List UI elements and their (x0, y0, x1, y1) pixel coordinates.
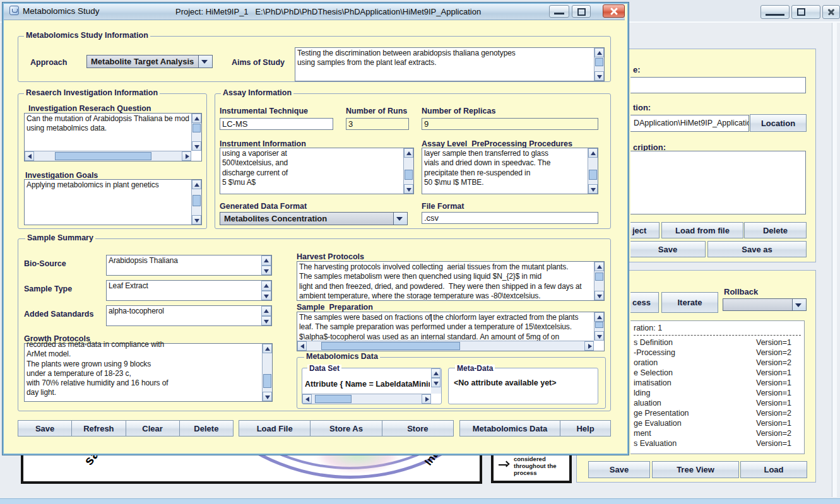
chevron-down-icon[interactable] (393, 213, 407, 225)
scroll-thumb[interactable] (405, 170, 413, 180)
scroll-up-icon[interactable] (595, 262, 604, 271)
scroll-down-icon[interactable] (192, 141, 201, 151)
sample-type-input[interactable]: Leaf Extract (106, 280, 272, 301)
horizontal-scrollbar[interactable] (302, 394, 431, 404)
scroll-left-icon[interactable] (25, 151, 34, 161)
scroll-up-icon[interactable] (263, 344, 272, 353)
scroll-down-icon[interactable] (588, 184, 598, 194)
file-format-input[interactable]: .csv (422, 212, 598, 224)
aims-textarea[interactable]: Testing the discrimination between arabi… (295, 47, 605, 81)
spinner-scrollbar[interactable] (261, 281, 271, 300)
scroll-down-icon[interactable] (595, 331, 604, 341)
sample-preparation-textarea[interactable]: The samples were based on fractions of t… (297, 312, 605, 351)
scroll-up-icon[interactable] (431, 368, 441, 378)
scroll-up-icon[interactable] (404, 148, 413, 158)
runs-input[interactable]: 3 (346, 118, 409, 130)
text-caret (431, 314, 432, 322)
scroll-thumb[interactable] (595, 273, 603, 281)
vertical-scrollbar[interactable] (191, 114, 201, 151)
help-button[interactable]: Help (560, 420, 611, 437)
scroll-up-icon[interactable] (192, 180, 201, 189)
scroll-down-icon[interactable] (261, 291, 271, 301)
scroll-down-icon[interactable] (263, 392, 272, 401)
sample-preparation-label: Sample Preparation (297, 303, 373, 312)
scroll-thumb[interactable] (595, 322, 603, 328)
replicas-input[interactable]: 9 (422, 118, 598, 130)
close-button[interactable] (603, 4, 625, 18)
scroll-down-icon[interactable] (431, 378, 441, 387)
scroll-up-icon[interactable] (595, 48, 604, 57)
action-button[interactable]: Delete (179, 420, 234, 437)
sample-preparation-text: The samples were based on fractions of t… (299, 313, 593, 341)
vertical-scrollbar[interactable] (403, 148, 413, 194)
added-standards-input[interactable]: alpha-tocopherol (106, 305, 272, 326)
preprocessing-textarea[interactable]: layer sample then transferred to glass v… (422, 148, 598, 194)
file-format-label: File Format (422, 202, 464, 211)
scroll-right-icon[interactable] (182, 151, 191, 161)
assay-info-title: Assay Information (221, 89, 293, 97)
action-button[interactable]: Store (382, 420, 454, 437)
scroll-down-icon[interactable] (404, 184, 413, 194)
meta-data-panel[interactable]: Meta-Data <No attribute available yet> (448, 368, 598, 404)
scroll-down-icon[interactable] (261, 316, 271, 326)
vertical-scrollbar[interactable] (431, 368, 441, 394)
scroll-right-icon[interactable] (584, 341, 594, 351)
investigation-goals-textarea[interactable]: Applying metabolomics in plant genetics (24, 179, 202, 225)
action-button[interactable]: Save (18, 420, 72, 437)
horizontal-scrollbar[interactable] (25, 151, 191, 161)
scroll-up-icon[interactable] (192, 114, 201, 123)
scroll-left-icon[interactable] (302, 394, 312, 404)
scroll-left-icon[interactable] (297, 341, 307, 351)
scroll-up-icon[interactable] (261, 255, 271, 266)
scroll-up-icon[interactable] (261, 306, 271, 316)
action-button[interactable]: Refresh (71, 420, 126, 437)
vertical-scrollbar[interactable] (594, 48, 604, 81)
action-button[interactable]: Clear (126, 420, 180, 437)
growth-protocols-textarea[interactable]: recorded as meta-data in compliance with… (24, 343, 273, 402)
scroll-up-icon[interactable] (261, 281, 271, 291)
instrument-info-textarea[interactable]: using a vaporiser at 500\textcelsius, an… (220, 148, 414, 194)
spinner-scrollbar[interactable] (261, 306, 271, 325)
metabolomics-data-button[interactable]: Metabolomics Data (459, 420, 560, 437)
scroll-thumb[interactable] (315, 395, 351, 403)
spinner-scrollbar[interactable] (261, 255, 271, 275)
action-button[interactable]: Store As (310, 420, 382, 437)
action-button[interactable]: Load File (239, 420, 311, 437)
scroll-right-icon[interactable] (422, 394, 431, 404)
scroll-thumb[interactable] (589, 170, 597, 180)
technique-label: Instrumental Technique (220, 107, 308, 115)
restore-button[interactable] (572, 5, 591, 18)
scroll-thumb[interactable] (192, 124, 201, 132)
scroll-down-icon[interactable] (595, 71, 604, 81)
data-set-title: Data Set (307, 365, 341, 373)
scroll-down-icon[interactable] (192, 215, 201, 225)
scroll-down-icon[interactable] (261, 266, 271, 276)
minimize-button[interactable] (549, 5, 569, 18)
vertical-scrollbar[interactable] (594, 312, 604, 341)
horizontal-scrollbar[interactable] (297, 341, 594, 351)
bio-source-input[interactable]: Arabidopsis Thaliana (106, 255, 272, 276)
vertical-scrollbar[interactable] (262, 344, 272, 401)
vertical-scrollbar[interactable] (191, 180, 201, 225)
research-question-textarea[interactable]: Can the mutation of Arabidopsis Thaliana… (24, 113, 202, 161)
instrument-info-label: Instrument Information (220, 139, 306, 148)
scroll-up-icon[interactable] (595, 312, 604, 322)
scroll-thumb[interactable] (321, 342, 461, 350)
technique-input[interactable]: LC-MS (220, 118, 333, 130)
harvest-protocols-textarea[interactable]: The harvesting protocols involved collec… (297, 261, 605, 301)
growth-protocols-text: recorded as meta-data in compliance with… (27, 340, 261, 401)
scroll-thumb[interactable] (55, 152, 151, 160)
data-format-combo[interactable]: Metabolites Concentration (220, 212, 408, 225)
investigation-goals-text: Applying metabolomics in plant genetics (27, 180, 191, 224)
aims-label: Aims of Study (232, 58, 285, 67)
vertical-scrollbar[interactable] (594, 262, 604, 300)
vertical-scrollbar[interactable] (588, 148, 598, 194)
data-set-panel[interactable]: Data Set Attribute { Name = LabeldataMin… (302, 368, 442, 404)
scroll-thumb[interactable] (595, 58, 603, 66)
approach-combo[interactable]: Metabolite Target Analysis (86, 55, 213, 68)
scroll-down-icon[interactable] (595, 291, 604, 300)
scroll-up-icon[interactable] (588, 148, 598, 158)
scroll-thumb[interactable] (263, 374, 271, 388)
scroll-thumb[interactable] (192, 195, 201, 206)
chevron-down-icon[interactable] (198, 56, 212, 67)
